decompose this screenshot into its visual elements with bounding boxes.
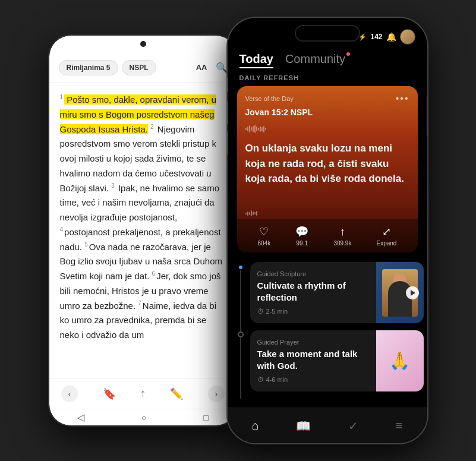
waveform-top [237, 123, 418, 135]
card-2-thumb: 🙏 [376, 330, 424, 391]
scene: Rimljanima 5 NSPL AA 🔍 1 Pošto smo, dakl… [0, 0, 476, 461]
clock-icon-2: ⏱ [257, 376, 264, 383]
card-2-title: Take a moment and talk with God. [257, 348, 369, 371]
cards-column: Guided Scripture Cultivate a rhythm of r… [250, 262, 424, 399]
prev-chapter-button[interactable]: ‹ [61, 386, 78, 402]
notes-icon[interactable]: ✏️ [170, 387, 183, 400]
card-2-meta: ⏱ 4-6 min [257, 376, 369, 383]
app-tabs: Today Community [228, 49, 427, 72]
expand-icon: ⤢ [382, 225, 391, 238]
waveform-bar [256, 127, 257, 131]
verse-5-num: 5 [84, 241, 88, 248]
timeline-dot-1 [238, 264, 244, 270]
android-nav-bar: ◁ ○ □ [49, 409, 237, 425]
waveform-bar [249, 125, 250, 132]
guided-prayer-card[interactable]: Guided Prayer Take a moment and talk wit… [250, 330, 424, 391]
verse-4-num: 4 [60, 226, 64, 233]
vod-card[interactable]: Verse of the Day ••• Jovan 15:2 NSPL [237, 86, 418, 252]
home-nav-icon[interactable]: ○ [141, 413, 146, 422]
play-button[interactable] [406, 286, 419, 299]
user-avatar[interactable] [400, 29, 415, 45]
waveform-bar [260, 127, 261, 132]
waveform-bar [253, 126, 254, 132]
iphone-volume-up-button[interactable] [226, 101, 228, 125]
vod-comments-count: 99.1 [297, 240, 308, 247]
nav-home[interactable]: ⌂ [252, 419, 259, 432]
community-tab[interactable]: Community [285, 52, 345, 65]
card-1-info: Guided Scripture Cultivate a rhythm of r… [250, 262, 376, 323]
guided-scripture-card[interactable]: Guided Scripture Cultivate a rhythm of r… [250, 262, 424, 323]
bible-header: Rimljanima 5 NSPL AA 🔍 [49, 52, 237, 83]
card-1-meta: ⏱ 2-5 min [257, 308, 369, 315]
iphone-screen: ⚡ 142 🔔 Today Community DAILY REFRESH [228, 18, 427, 443]
bible-content: 1 Pošto smo, dakle, opravdani verom, u m… [49, 83, 237, 378]
next-chapter-button[interactable]: › [208, 386, 225, 402]
section-label: DAILY REFRESH [228, 72, 427, 86]
bible-header-left: Rimljanima 5 NSPL [59, 60, 160, 75]
share-icon: ↑ [340, 226, 345, 238]
vod-expand-label: Expand [376, 240, 396, 247]
card-2-category: Guided Prayer [257, 339, 369, 346]
nav-plans[interactable]: ✓ [348, 419, 358, 433]
iphone-silent-switch[interactable] [226, 77, 228, 93]
vod-shares-count: 309.9k [333, 240, 351, 247]
iphone: ⚡ 142 🔔 Today Community DAILY REFRESH [226, 17, 428, 444]
vod-likes-count: 604k [258, 240, 271, 247]
card-1-duration: 2-5 min [266, 308, 288, 315]
lightning-icon: ⚡ [358, 33, 367, 41]
clock-icon-1: ⏱ [257, 308, 264, 315]
waveform-bar [256, 211, 257, 216]
share-icon[interactable]: ↑ [140, 387, 146, 400]
scroll-area[interactable]: Verse of the Day ••• Jovan 15:2 NSPL [228, 86, 427, 408]
notification-bell-icon[interactable]: 🔔 [386, 32, 396, 42]
waveform-bar [251, 210, 252, 216]
recents-nav-icon[interactable]: □ [203, 413, 208, 422]
waveform-bar [253, 211, 254, 215]
plans-nav-icon: ✓ [348, 419, 358, 433]
font-size-button[interactable]: AA [196, 63, 207, 72]
nav-more[interactable]: ≡ [396, 419, 403, 432]
vod-share-action[interactable]: ↑ 309.9k [333, 226, 351, 247]
waveform-bar [249, 212, 250, 215]
waveform-bar [247, 211, 248, 216]
community-notification-dot [346, 52, 350, 56]
timeline-line [240, 270, 241, 331]
waveform-bottom [237, 207, 418, 219]
prayer-hands-icon: 🙏 [389, 351, 410, 371]
iphone-volume-down-button[interactable] [226, 131, 228, 154]
waveform-bar [245, 128, 247, 130]
iphone-power-button[interactable] [427, 95, 428, 137]
community-tab-wrapper: Community [285, 52, 345, 66]
today-tab[interactable]: Today [239, 52, 273, 66]
comment-icon: 💬 [295, 225, 308, 238]
vod-expand-action[interactable]: ⤢ Expand [376, 225, 396, 247]
bible-text: 1 Pošto smo, dakle, opravdani verom, u m… [60, 93, 226, 343]
search-icon[interactable]: 🔍 [216, 62, 228, 73]
verse-3-num: 3 [111, 182, 115, 189]
verse-1-num: 1 [60, 94, 64, 100]
waveform-bar [258, 128, 259, 131]
cards-with-timeline: Guided Scripture Cultivate a rhythm of r… [228, 262, 427, 399]
android-camera [140, 41, 146, 47]
vod-comment-action[interactable]: 💬 99.1 [295, 225, 308, 247]
timeline-line-2 [240, 337, 241, 399]
translation-badge[interactable]: NSPL [122, 60, 156, 75]
vod-top-bar: Verse of the Day ••• [237, 86, 418, 108]
bible-header-right: AA 🔍 [196, 62, 228, 73]
person-body [388, 281, 412, 317]
card-2-duration: 4-6 min [266, 376, 288, 383]
verse-7-num: 7 [138, 300, 141, 307]
iphone-status-bar: ⚡ 142 🔔 [228, 18, 427, 49]
nav-bible[interactable]: 📖 [296, 419, 311, 433]
heart-icon: ♡ [259, 225, 269, 238]
status-bar-right: ⚡ 142 🔔 [358, 29, 415, 45]
vod-menu-icon[interactable]: ••• [396, 93, 409, 104]
waveform-bar [251, 127, 252, 131]
vod-card-inner: Verse of the Day ••• Jovan 15:2 NSPL [237, 86, 418, 252]
book-badge[interactable]: Rimljanima 5 [59, 60, 118, 75]
waveform-bar [263, 126, 264, 132]
vod-like-action[interactable]: ♡ 604k [258, 225, 271, 247]
bookmark-icon[interactable]: 🔖 [103, 387, 116, 400]
back-nav-icon[interactable]: ◁ [77, 412, 84, 423]
timeline [235, 262, 247, 399]
